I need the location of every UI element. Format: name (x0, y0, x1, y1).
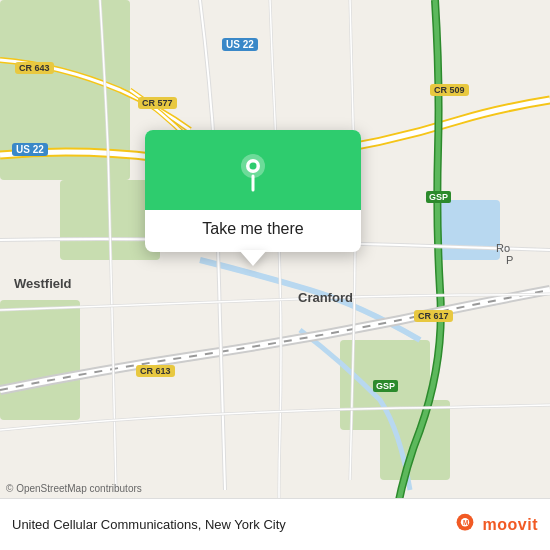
moovit-icon: M (451, 511, 479, 539)
svg-point-8 (250, 163, 257, 170)
popup-arrow (239, 250, 267, 266)
copyright-text: © OpenStreetMap contributors (6, 483, 142, 494)
bottom-bar-info: United Cellular Communications, New York… (12, 517, 286, 532)
moovit-logo: M moovit (451, 511, 538, 539)
location-pin-icon (230, 148, 276, 194)
popup-card: Take me there (145, 130, 361, 252)
popup-header (145, 130, 361, 210)
location-title: United Cellular Communications, New York… (12, 517, 286, 532)
moovit-text: moovit (483, 516, 538, 534)
take-me-there-button[interactable]: Take me there (145, 210, 361, 252)
bottom-bar: United Cellular Communications, New York… (0, 498, 550, 550)
map-background (0, 0, 550, 550)
map-container: CR 643 CR 577 US 22 US 22 CR 509 GSP GSP… (0, 0, 550, 550)
svg-text:M: M (462, 519, 467, 526)
